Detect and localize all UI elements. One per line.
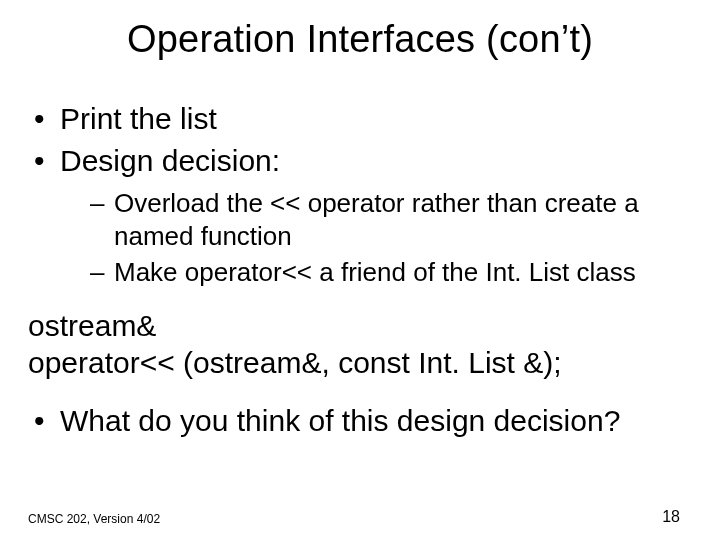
slide: Operation Interfaces (con’t) Print the l… bbox=[0, 0, 720, 540]
slide-title: Operation Interfaces (con’t) bbox=[0, 18, 720, 61]
sub-bullet-list: Overload the << operator rather than cre… bbox=[60, 187, 692, 289]
bullet-design-decision: Design decision: Overload the << operato… bbox=[28, 142, 692, 289]
bullet-print-list: Print the list bbox=[28, 100, 692, 138]
bullet-list-2: What do you think of this design decisio… bbox=[28, 402, 692, 440]
code-line-2: operator<< (ostream&, const Int. List &)… bbox=[28, 344, 692, 382]
bullet-design-decision-label: Design decision: bbox=[60, 144, 280, 177]
code-block: ostream& operator<< (ostream&, const Int… bbox=[28, 307, 692, 382]
bullet-list: Print the list Design decision: Overload… bbox=[28, 100, 692, 289]
code-line-1: ostream& bbox=[28, 307, 692, 345]
footer-page-number: 18 bbox=[662, 508, 680, 526]
slide-body: Print the list Design decision: Overload… bbox=[28, 100, 692, 443]
sub-bullet-overload: Overload the << operator rather than cre… bbox=[60, 187, 692, 252]
bullet-question: What do you think of this design decisio… bbox=[28, 402, 692, 440]
sub-bullet-friend: Make operator<< a friend of the Int. Lis… bbox=[60, 256, 692, 289]
footer-course-version: CMSC 202, Version 4/02 bbox=[28, 512, 160, 526]
